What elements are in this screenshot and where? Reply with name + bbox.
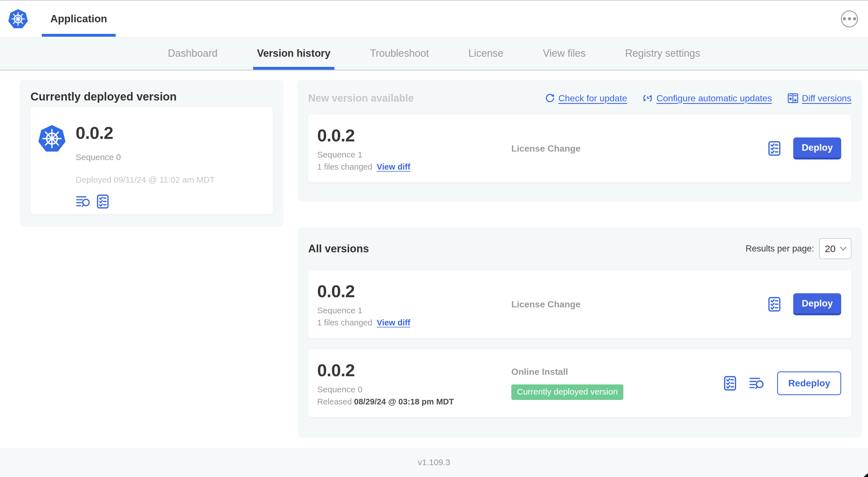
currently-deployed-badge: Currently deployed version xyxy=(511,384,623,400)
tab-version-history[interactable]: Version history xyxy=(253,37,334,70)
chevron-down-icon xyxy=(839,246,847,251)
check-for-update-link[interactable]: Check for update xyxy=(545,93,627,103)
version-row-sequence-1: 0.0.2 Sequence 1 1 files changed View di… xyxy=(308,270,851,338)
console-version: v1.109.3 xyxy=(417,457,450,467)
app-subnav: Dashboard Version history Troubleshoot L… xyxy=(0,37,868,70)
all-versions-panel: All versions Results per page: 20 0.0.2 … xyxy=(298,228,862,438)
kots-admin-console: Application Dashboard Version history Tr… xyxy=(0,0,868,477)
current-version-number: 0.0.2 xyxy=(75,123,215,143)
all-versions-title: All versions xyxy=(308,243,369,255)
version-number: 0.0.2 xyxy=(317,281,511,301)
configure-automatic-updates-link[interactable]: Configure automatic updates xyxy=(642,93,772,103)
new-version-title: New version available xyxy=(308,92,414,104)
app-title: Application xyxy=(50,13,107,25)
files-changed: 1 files changed xyxy=(317,318,372,327)
auto-update-icon xyxy=(642,93,653,103)
app-icon xyxy=(38,124,66,153)
version-source: License Change xyxy=(511,143,767,154)
version-sequence: Sequence 1 xyxy=(317,150,511,159)
preflight-checklist-icon[interactable] xyxy=(767,297,781,312)
current-sequence: Sequence 0 xyxy=(75,152,215,162)
current-version-card: 0.0.2 Sequence 0 Deployed 09/11/24 @ 11:… xyxy=(30,107,273,214)
ellipsis-icon xyxy=(843,17,856,20)
released-timestamp: Released 08/29/24 @ 03:18 pm MDT xyxy=(317,397,511,407)
version-sequence: Sequence 1 xyxy=(317,306,511,315)
current-deployed-timestamp: Deployed 09/11/24 @ 11:02 am MDT xyxy=(75,175,215,185)
version-source: License Change xyxy=(511,299,767,309)
app-tab[interactable]: Application xyxy=(42,1,116,37)
version-row-sequence-0: 0.0.2 Sequence 0 Released 08/29/24 @ 03:… xyxy=(308,350,851,417)
diff-versions-label: Diff versions xyxy=(802,93,851,103)
deploy-button[interactable]: Deploy xyxy=(793,293,841,315)
currently-deployed-title: Currently deployed version xyxy=(30,90,273,103)
view-diff-link[interactable]: View diff xyxy=(377,162,410,172)
footer: v1.109.3 xyxy=(0,448,868,477)
new-version-panel: New version available Check for update xyxy=(298,80,862,202)
version-number: 0.0.2 xyxy=(317,125,511,145)
deploy-button[interactable]: Deploy xyxy=(793,138,841,159)
new-version-row: 0.0.2 Sequence 1 1 files changed View di… xyxy=(308,115,851,182)
main-content: Currently deployed version 0.0.2 Sequenc… xyxy=(0,70,868,448)
view-diff-link[interactable]: View diff xyxy=(377,318,410,327)
more-options-button[interactable] xyxy=(841,10,858,27)
deploy-logs-icon[interactable] xyxy=(75,195,91,209)
results-per-page-label: Results per page: xyxy=(746,244,814,254)
page-size-value: 20 xyxy=(825,243,839,254)
files-changed: 1 files changed xyxy=(317,162,372,172)
check-for-update-label: Check for update xyxy=(558,93,627,103)
deploy-logs-icon[interactable] xyxy=(749,376,765,391)
tab-license[interactable]: License xyxy=(464,37,507,70)
refresh-icon xyxy=(545,93,555,103)
tab-troubleshoot[interactable]: Troubleshoot xyxy=(366,37,433,70)
tab-dashboard[interactable]: Dashboard xyxy=(164,37,221,70)
top-bar: Application xyxy=(0,0,868,37)
version-number: 0.0.2 xyxy=(317,360,511,380)
preflight-checklist-icon[interactable] xyxy=(767,141,781,156)
configure-automatic-updates-label: Configure automatic updates xyxy=(656,93,772,103)
redeploy-button[interactable]: Redeploy xyxy=(777,371,841,395)
kubernetes-logo-icon xyxy=(8,8,28,30)
version-sequence: Sequence 0 xyxy=(317,385,511,394)
diff-icon xyxy=(787,93,799,104)
tab-view-files[interactable]: View files xyxy=(539,37,589,70)
tab-registry-settings[interactable]: Registry settings xyxy=(621,37,704,70)
preflight-checklist-icon[interactable] xyxy=(96,194,110,209)
preflight-checklist-icon[interactable] xyxy=(723,376,737,391)
active-app-tab-underline xyxy=(42,34,116,37)
diff-versions-link[interactable]: Diff versions xyxy=(787,93,851,104)
currently-deployed-panel: Currently deployed version 0.0.2 Sequenc… xyxy=(20,80,284,227)
page-size-select[interactable]: 20 xyxy=(819,238,851,259)
version-source: Online Install xyxy=(511,367,723,377)
